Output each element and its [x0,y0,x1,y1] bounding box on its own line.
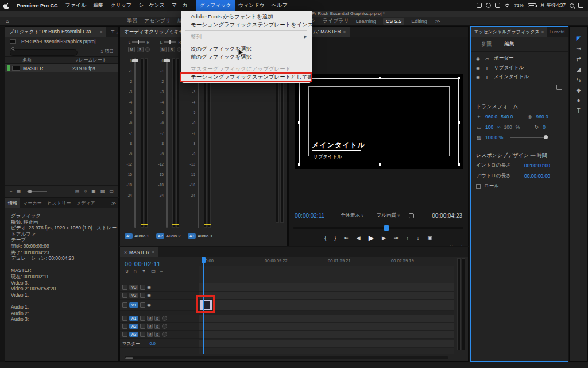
tool-button[interactable]: T [577,108,580,113]
track-lock-icon[interactable] [122,324,127,329]
track-lock-icon[interactable] [122,285,127,290]
outro-duration-value[interactable]: 00:00:00:00 [524,173,550,179]
menu-item[interactable]: 次のグラフィックを選択 [181,45,312,53]
wifi-icon[interactable] [504,3,510,8]
playhead-handle[interactable] [202,257,206,263]
voiceover-record-icon[interactable] [162,324,167,329]
track-lock-icon[interactable] [122,332,127,337]
program-current-timecode[interactable]: 00:00:02:11 [295,213,324,219]
menubar-item[interactable]: 編集 [90,0,107,11]
spotlight-icon[interactable] [570,3,574,8]
scrollbar-thumb[interactable] [125,357,133,359]
panel-menu-icon[interactable]: ≡ [541,30,544,34]
project-row[interactable]: MASTER 23.976 fps [5,64,118,72]
master-track-lane[interactable] [199,340,454,348]
toolbar-icon[interactable]: ▭ [109,189,114,194]
display-icon[interactable] [477,3,482,8]
mute-button[interactable]: M [147,324,153,329]
track-target-button[interactable]: A3 [129,332,138,337]
tab-lumetri[interactable]: Lumetri [547,27,568,37]
layer-row[interactable]: ◉ T サブタイトル [471,63,568,72]
close-icon[interactable]: × [124,250,127,255]
timeline-tool-icon[interactable]: ▼ [140,268,148,274]
volume-fader[interactable] [198,58,199,228]
transport-button[interactable]: ↑ [404,235,411,241]
master-track-level[interactable]: 0.0 [150,341,156,346]
toolbar-icon[interactable]: ▤ [75,189,80,194]
track-target-button[interactable]: V1 [129,302,138,308]
menubar-item[interactable]: マーカー [168,0,196,11]
sync-lock-icon[interactable] [140,293,145,298]
pan-slider[interactable] [164,41,176,43]
track-chip[interactable]: A1 [125,233,133,239]
track-target-button[interactable]: A2 [129,324,138,329]
track-lock-icon[interactable] [122,293,127,298]
transport-button[interactable]: ⇤ [342,235,351,241]
menu-item[interactable]: 整列 ▶ [181,33,312,41]
tool-button[interactable]: ⇄ [576,56,581,62]
video-preview[interactable]: メインタイトル サブタイトル [295,74,463,169]
tab-effects[interactable]: エフェク [106,27,118,37]
menubar-item[interactable]: ウィンドウ [235,0,268,11]
menu-item[interactable]: Adobe Fonts からフォントを追加... [181,13,312,21]
workspace-tab[interactable]: CS 5.5 [383,18,405,25]
add-button-icon[interactable]: + [460,244,463,246]
transport-button[interactable]: { [322,235,328,241]
layer-visibility-icon[interactable]: ◉ [476,66,480,71]
workspace-tab[interactable]: Editing [411,18,427,24]
anchor-value[interactable]: 960.0 [536,114,548,120]
track-output-toggle-icon[interactable]: ◉ [147,285,151,290]
info-tab[interactable]: ヒストリー [44,198,74,208]
menu-item[interactable] [181,61,312,65]
video-track-lane[interactable] [199,300,454,311]
timeline-tool-icon[interactable]: ▭ [149,268,157,274]
cloud-icon[interactable] [495,3,500,8]
menu-item[interactable] [181,41,312,45]
scale-y-value[interactable]: 100 [504,124,512,130]
menubar-item[interactable]: ヘルプ [268,0,291,11]
fader-knob[interactable] [132,59,138,62]
battery-icon[interactable] [528,3,536,7]
monitor-option-button[interactable]: ↻ [359,246,368,247]
tab-project[interactable]: プロジェクト: Pr-Rush-Essential-Graphics ≡ [5,27,106,37]
monitor-option-button[interactable]: ▦ [374,246,383,247]
track-chip[interactable]: A2 [156,233,164,239]
timeline-tool-icon[interactable]: ∪ [123,268,130,274]
selection-handle[interactable] [458,77,460,79]
transport-button[interactable]: ▣ [425,235,435,241]
selection-handle[interactable] [298,163,300,166]
track-target-button[interactable]: V2 [129,293,138,298]
sync-lock-icon[interactable] [140,332,145,337]
workspace-tab[interactable]: 学習 [127,17,137,25]
menubar-item[interactable]: クリップ [107,0,135,11]
bin-path[interactable]: Pr-Rush-Essential-Graphics.prproj [21,39,95,44]
track-output-toggle-icon[interactable]: ◉ [147,293,151,298]
transport-button[interactable]: ⇥ [392,235,401,241]
opacity-slider[interactable] [510,137,548,138]
apple-menu-icon[interactable] [0,0,13,11]
menu-item[interactable]: 前のグラフィックを選択 [181,53,312,61]
rotation-value[interactable]: 0 [543,124,546,130]
mute-button[interactable]: M [147,316,153,321]
transport-button[interactable]: ↓ [415,235,422,241]
program-playhead[interactable] [384,225,389,231]
zoom-slider[interactable] [27,191,47,192]
tool-button[interactable]: ◤ [577,35,581,41]
mute-button[interactable]: M [128,47,135,52]
menubar-item[interactable]: ファイル [62,0,90,11]
tool-button[interactable]: ⇥ [576,45,581,51]
new-layer-icon[interactable] [556,85,562,90]
track-target-button[interactable]: A1 [129,316,138,321]
panel-overflow-icon[interactable]: ≫ [111,198,118,208]
master-track-label[interactable]: マスター [122,341,140,347]
position-x-value[interactable]: 960.0 [485,114,497,120]
zoom-level-select[interactable]: 全体表示∨ [341,212,363,219]
workspace-tab[interactable]: アセンブリ [144,17,171,25]
opacity-value[interactable]: 100.0 % [485,135,503,140]
track-lock-icon[interactable] [122,316,127,321]
toolbar-icon[interactable]: ○ [84,189,87,194]
layer-row[interactable]: ◉ ▱ ボーダー [471,54,568,63]
toolbar-icon[interactable]: ▩ [100,189,105,194]
selection-handle[interactable] [298,121,300,124]
selection-handle[interactable] [458,121,460,124]
